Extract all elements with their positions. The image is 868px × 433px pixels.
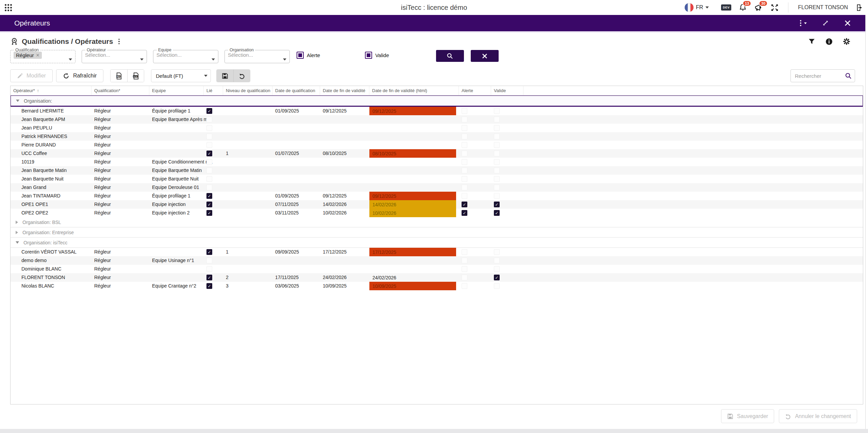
lie-checkbox[interactable]: ✓ bbox=[206, 210, 212, 216]
apply-filters-button[interactable] bbox=[436, 50, 464, 62]
filter-toggle-button[interactable] bbox=[808, 38, 815, 45]
alerte-checkbox[interactable]: ✓ bbox=[462, 202, 467, 207]
lie-checkbox[interactable]: ✓ bbox=[206, 283, 212, 289]
valide-checkbox[interactable] bbox=[494, 134, 500, 139]
valide-checkbox[interactable] bbox=[494, 258, 500, 263]
column-header-6[interactable]: Date de qualification bbox=[272, 86, 320, 95]
lie-checkbox[interactable] bbox=[206, 176, 212, 182]
table-row[interactable]: Jean Barquette MatinRégleurEquipe Barque… bbox=[11, 166, 863, 175]
clear-filters-button[interactable] bbox=[471, 50, 499, 62]
logout-button[interactable] bbox=[855, 4, 863, 12]
reset-layout-button[interactable] bbox=[233, 70, 250, 82]
table-row[interactable]: UCC CoffeeRégleur✓101/07/202508/10/20250… bbox=[11, 149, 863, 158]
lie-checkbox[interactable] bbox=[206, 168, 212, 173]
table-row[interactable]: Jean TINTAMARDRégleurÉquipe profilage 1✓… bbox=[11, 192, 863, 200]
alerte-checkbox[interactable] bbox=[462, 176, 467, 182]
table-row[interactable]: Jean Barquette NuitRégleurEquipe Barquet… bbox=[11, 175, 863, 183]
expand-triangle-icon[interactable] bbox=[16, 231, 18, 234]
column-header-7[interactable]: Date de fin de validité bbox=[320, 86, 369, 95]
sauvegarder-button[interactable]: Sauvegarder bbox=[721, 409, 774, 423]
group-row[interactable]: Organisation: BSL bbox=[11, 217, 863, 227]
fullscreen-button[interactable] bbox=[771, 4, 779, 12]
alerte-checkbox[interactable] bbox=[462, 258, 467, 263]
valide-checkbox[interactable] bbox=[494, 193, 500, 199]
modifier-button[interactable]: Modifier bbox=[10, 69, 53, 82]
qualification-filter[interactable]: Qualification Régleur ✕ bbox=[10, 48, 76, 63]
alerte-checkbox[interactable] bbox=[462, 108, 467, 114]
lie-checkbox[interactable] bbox=[206, 117, 212, 122]
lie-checkbox[interactable]: ✓ bbox=[206, 249, 212, 255]
alerte-checkbox[interactable]: ✓ bbox=[462, 210, 467, 216]
announcements-button[interactable]: 30 bbox=[754, 3, 763, 12]
column-header-4[interactable]: Lié bbox=[204, 86, 223, 95]
chip-remove-icon[interactable]: ✕ bbox=[36, 53, 40, 58]
organisation-filter[interactable]: Organisation Sélection... bbox=[224, 48, 290, 63]
column-header-2[interactable]: Qualification* bbox=[91, 86, 149, 95]
valide-checkbox[interactable] bbox=[494, 159, 500, 165]
export-xlsx-button[interactable]: XLSX bbox=[127, 70, 144, 82]
column-header-5[interactable]: Niveau de qualification bbox=[223, 86, 272, 95]
column-header-10[interactable]: Valide bbox=[491, 86, 523, 95]
lie-checkbox[interactable] bbox=[206, 142, 212, 148]
table-row[interactable]: Pierre DURANDRégleur bbox=[11, 141, 863, 149]
alerte-checkbox[interactable] bbox=[462, 249, 467, 255]
column-header-3[interactable]: Equipe bbox=[149, 86, 204, 95]
alerte-filter-checkbox[interactable] bbox=[297, 52, 304, 59]
table-row[interactable]: Corentin VÉROT VASSALRégleur✓109/09/2025… bbox=[11, 248, 863, 256]
app-launcher-icon[interactable] bbox=[5, 4, 12, 11]
lie-checkbox[interactable]: ✓ bbox=[206, 202, 212, 207]
layout-select[interactable]: Default (FT) bbox=[151, 69, 211, 82]
alerte-checkbox[interactable] bbox=[462, 266, 467, 272]
column-header-8[interactable]: Date de fin de validité (html) bbox=[369, 86, 459, 95]
table-row[interactable]: Jean Barquette APMRégleurEquipe Barquett… bbox=[11, 115, 863, 124]
table-row[interactable]: demo demoRégleurEquipe Usinage n°1 bbox=[11, 256, 863, 265]
language-selector[interactable]: FR bbox=[685, 3, 709, 12]
lie-checkbox[interactable] bbox=[206, 134, 212, 139]
valide-checkbox[interactable]: ✓ bbox=[494, 202, 500, 207]
table-row[interactable]: OPE2 OPE2RégleurEquipe injection 2✓03/11… bbox=[11, 209, 863, 217]
collapse-triangle-icon[interactable] bbox=[16, 241, 19, 244]
table-row[interactable]: OPE1 OPE1RégleurEquipe injection✓07/11/2… bbox=[11, 200, 863, 209]
lie-checkbox[interactable] bbox=[206, 185, 212, 190]
valide-checkbox[interactable]: ✓ bbox=[494, 210, 500, 216]
notifications-button[interactable]: 13 bbox=[739, 3, 747, 12]
valide-checkbox[interactable] bbox=[494, 108, 500, 114]
alerte-checkbox[interactable] bbox=[462, 168, 467, 173]
alerte-checkbox[interactable] bbox=[462, 193, 467, 199]
valide-checkbox[interactable] bbox=[494, 185, 500, 190]
lie-checkbox[interactable]: ✓ bbox=[206, 193, 212, 199]
settings-button[interactable] bbox=[843, 38, 850, 45]
valide-checkbox[interactable] bbox=[494, 266, 500, 272]
column-header-9[interactable]: Alerte bbox=[459, 86, 491, 95]
alerte-checkbox[interactable] bbox=[462, 283, 467, 289]
window-close-button[interactable] bbox=[844, 20, 851, 27]
lie-checkbox[interactable] bbox=[206, 266, 212, 272]
column-header-1[interactable]: Opérateur*↑ bbox=[11, 86, 91, 95]
valide-checkbox[interactable] bbox=[494, 117, 500, 122]
valide-checkbox[interactable] bbox=[494, 176, 500, 182]
lie-checkbox[interactable] bbox=[206, 125, 212, 131]
equipe-filter[interactable]: Equipe Sélection... bbox=[153, 48, 218, 63]
lie-checkbox[interactable] bbox=[206, 159, 212, 165]
rafraichir-button[interactable]: Rafraîchir bbox=[56, 69, 103, 82]
group-row[interactable]: Organisation: Entreprise bbox=[11, 227, 863, 238]
collapse-triangle-icon[interactable] bbox=[16, 100, 19, 102]
table-row[interactable]: Bernard LHERMITERégleurÉquipe profilage … bbox=[11, 107, 863, 115]
table-row[interactable]: Jean PEUPLURégleur bbox=[11, 124, 863, 132]
export-pdf-button[interactable]: PDF bbox=[111, 70, 127, 82]
group-row[interactable]: Organisation: bbox=[11, 96, 863, 107]
qualification-chip[interactable]: Régleur ✕ bbox=[14, 52, 42, 59]
lie-checkbox[interactable] bbox=[206, 258, 212, 263]
table-row[interactable]: 10119RégleurEquipe Conditionnement n°1 bbox=[11, 158, 863, 166]
alerte-checkbox[interactable] bbox=[462, 151, 467, 156]
table-row[interactable]: Jean GrandRégleurEquipe Derouleuse 01 bbox=[11, 183, 863, 192]
alerte-checkbox[interactable] bbox=[462, 142, 467, 148]
operateur-filter[interactable]: Opérateur Sélection... bbox=[82, 48, 147, 63]
save-layout-button[interactable] bbox=[217, 70, 233, 82]
valide-checkbox[interactable] bbox=[494, 168, 500, 173]
alerte-checkbox[interactable] bbox=[462, 134, 467, 139]
valide-checkbox[interactable]: ✓ bbox=[494, 275, 500, 280]
expand-triangle-icon[interactable] bbox=[16, 221, 18, 224]
alerte-checkbox[interactable] bbox=[462, 275, 467, 280]
lie-checkbox[interactable]: ✓ bbox=[206, 151, 212, 156]
